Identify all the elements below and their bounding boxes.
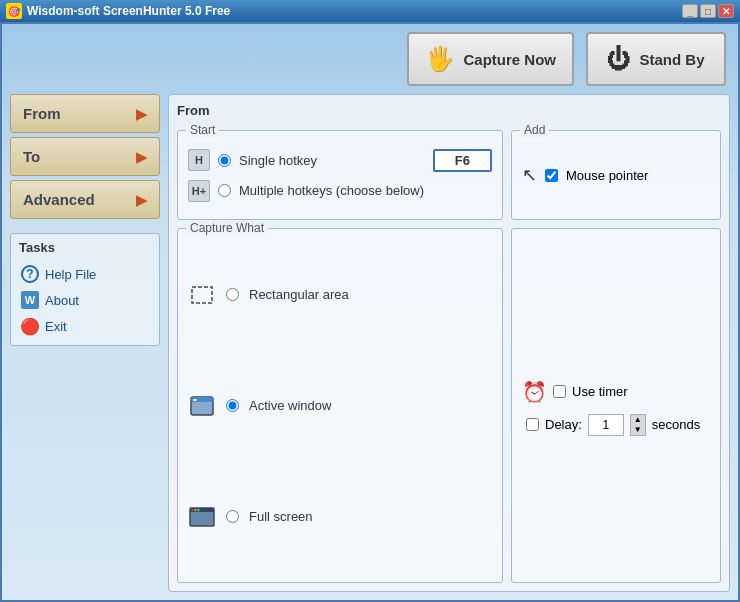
- start-section-label: Start: [186, 123, 219, 137]
- stand-by-label: Stand By: [639, 51, 704, 68]
- nav-to-button[interactable]: To ▶: [10, 137, 160, 176]
- window-title: Wisdom-soft ScreenHunter 5.0 Free: [27, 4, 682, 18]
- from-panel-title: From: [177, 103, 721, 118]
- rectangular-option: Rectangular area: [188, 277, 492, 313]
- from-label: From: [23, 105, 61, 122]
- stand-by-button[interactable]: ⏻ Stand By: [586, 32, 726, 86]
- about-item[interactable]: W About: [19, 287, 151, 313]
- active-window-option: Active window: [188, 388, 492, 424]
- use-timer-row: ⏰ Use timer: [522, 380, 710, 404]
- rectangular-label: Rectangular area: [249, 287, 349, 302]
- seconds-label: seconds: [652, 417, 700, 432]
- use-timer-label: Use timer: [572, 384, 628, 399]
- tasks-panel: Tasks ? Help File W About 🔴 Exit: [10, 233, 160, 346]
- stand-by-icon: ⏻: [607, 45, 631, 73]
- mouse-pointer-row: ↖ Mouse pointer: [522, 164, 710, 186]
- help-file-label: Help File: [45, 267, 96, 282]
- single-hotkey-label: Single hotkey: [239, 153, 317, 168]
- full-screen-icon: [188, 503, 216, 531]
- about-label: About: [45, 293, 79, 308]
- from-arrow-icon: ▶: [136, 106, 147, 122]
- mouse-pointer-label: Mouse pointer: [566, 168, 648, 183]
- capture-what-label: Capture What: [186, 221, 268, 235]
- multiple-hotkeys-row: H+ Multiple hotkeys (choose below): [188, 180, 492, 202]
- close-button[interactable]: ✕: [718, 4, 734, 18]
- exit-item[interactable]: 🔴 Exit: [19, 313, 151, 339]
- svg-point-8: [197, 508, 199, 510]
- timer-section: ⏰ Use timer Delay: ▲ ▼ seconds: [511, 228, 721, 583]
- to-arrow-icon: ▶: [136, 149, 147, 165]
- app-icon: 🎯: [6, 3, 22, 19]
- svg-point-7: [194, 508, 196, 510]
- hotkey-value: F6: [433, 149, 492, 172]
- rectangular-radio[interactable]: [226, 288, 239, 301]
- maximize-button[interactable]: □: [700, 4, 716, 18]
- svg-rect-0: [192, 287, 212, 303]
- left-panel: From ▶ To ▶ Advanced ▶ Tasks ? Help File…: [10, 94, 160, 592]
- title-bar-buttons: _ □ ✕: [682, 4, 734, 18]
- timer-icon: ⏰: [522, 380, 547, 404]
- tasks-title: Tasks: [19, 240, 151, 255]
- delay-checkbox[interactable]: [526, 418, 539, 431]
- help-icon: ?: [21, 265, 39, 283]
- spinner-up[interactable]: ▲: [631, 415, 645, 425]
- capture-now-label: Capture Now: [463, 51, 556, 68]
- full-screen-label: Full screen: [249, 509, 313, 524]
- title-bar: 🎯 Wisdom-soft ScreenHunter 5.0 Free _ □ …: [0, 0, 740, 22]
- to-label: To: [23, 148, 40, 165]
- full-screen-option: Full screen: [188, 499, 492, 535]
- exit-label: Exit: [45, 319, 67, 334]
- hotkey-multi-icon: H+: [188, 180, 210, 202]
- capture-what-row: Capture What Rectangular area: [177, 228, 721, 583]
- capture-now-icon: 🖐️: [425, 45, 455, 73]
- active-window-icon: [188, 392, 216, 420]
- from-panel: From Start H Single hotkey F6 H+ Multipl…: [168, 94, 730, 592]
- cursor-icon: ↖: [522, 164, 537, 186]
- capture-what-section: Capture What Rectangular area: [177, 228, 503, 583]
- multiple-hotkeys-radio[interactable]: [218, 184, 231, 197]
- svg-rect-3: [193, 399, 197, 401]
- nav-from-button[interactable]: From ▶: [10, 94, 160, 133]
- nav-advanced-button[interactable]: Advanced ▶: [10, 180, 160, 219]
- full-screen-radio[interactable]: [226, 510, 239, 523]
- top-row: Start H Single hotkey F6 H+ Multiple hot…: [177, 130, 721, 220]
- capture-now-button[interactable]: 🖐️ Capture Now: [407, 32, 574, 86]
- hotkey-h-icon: H: [188, 149, 210, 171]
- advanced-arrow-icon: ▶: [136, 192, 147, 208]
- help-file-item[interactable]: ? Help File: [19, 261, 151, 287]
- main-window: 🖐️ Capture Now ⏻ Stand By From ▶ To ▶ Ad…: [0, 22, 740, 602]
- delay-input[interactable]: [588, 414, 624, 436]
- spinner-down[interactable]: ▼: [631, 425, 645, 435]
- multiple-hotkeys-label: Multiple hotkeys (choose below): [239, 183, 424, 198]
- toolbar: 🖐️ Capture Now ⏻ Stand By: [2, 24, 738, 94]
- add-section: Add ↖ Mouse pointer: [511, 130, 721, 220]
- single-hotkey-row: H Single hotkey F6: [188, 149, 492, 172]
- delay-label: Delay:: [545, 417, 582, 432]
- minimize-button[interactable]: _: [682, 4, 698, 18]
- mouse-pointer-checkbox[interactable]: [545, 169, 558, 182]
- svg-point-6: [191, 508, 193, 510]
- active-window-label: Active window: [249, 398, 331, 413]
- active-window-radio[interactable]: [226, 399, 239, 412]
- exit-icon: 🔴: [21, 317, 39, 335]
- delay-row: Delay: ▲ ▼ seconds: [526, 414, 710, 436]
- single-hotkey-radio[interactable]: [218, 154, 231, 167]
- delay-spinner[interactable]: ▲ ▼: [630, 414, 646, 436]
- advanced-label: Advanced: [23, 191, 95, 208]
- about-icon: W: [21, 291, 39, 309]
- content-area: From ▶ To ▶ Advanced ▶ Tasks ? Help File…: [2, 94, 738, 600]
- start-section: Start H Single hotkey F6 H+ Multiple hot…: [177, 130, 503, 220]
- add-section-label: Add: [520, 123, 549, 137]
- use-timer-checkbox[interactable]: [553, 385, 566, 398]
- rectangular-icon: [188, 281, 216, 309]
